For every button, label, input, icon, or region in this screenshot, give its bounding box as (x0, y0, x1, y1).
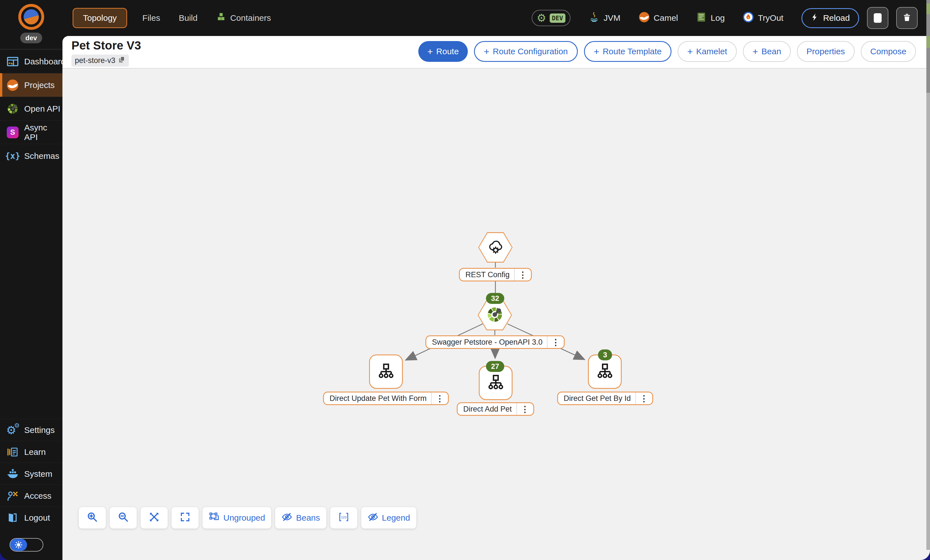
sidebar-item-label: Async API (24, 123, 62, 142)
fullscreen-brackets-icon (180, 511, 191, 525)
beans-visibility-button[interactable]: Beans (275, 507, 326, 529)
add-route-configuration-button[interactable]: + Route Configuration (474, 41, 578, 62)
legend-visibility-button[interactable]: Legend (361, 507, 416, 529)
sidebar-item-projects[interactable]: Projects (0, 73, 62, 97)
openapi-icon (6, 102, 19, 115)
dashboard-icon (6, 55, 19, 68)
sidebar-item-label: Projects (24, 80, 55, 90)
sidebar-item-logout[interactable]: Logout (0, 506, 62, 529)
node-label-direct-add-pet[interactable]: Direct Add Pet ⋮ (457, 402, 534, 416)
copy-icon[interactable] (118, 56, 125, 65)
tab-files[interactable]: Files (142, 13, 160, 23)
sidebar-item-async-api[interactable]: S Async API (0, 120, 62, 144)
light-theme-sun-icon (10, 539, 27, 551)
project-id-badge[interactable]: pet-store-v3 (71, 55, 129, 67)
svg-text:123: 123 (341, 515, 346, 519)
add-route-template-button[interactable]: + Route Template (584, 41, 671, 62)
tab-label: Files (142, 13, 160, 23)
compose-button[interactable]: Compose (861, 41, 916, 62)
add-route-button[interactable]: + Route (418, 41, 468, 62)
sidebar-item-access[interactable]: Access (0, 485, 62, 506)
fit-to-screen-button[interactable] (141, 507, 168, 529)
title-block: Pet Store V3 pet-store-v3 (71, 39, 141, 67)
sidebar-item-dashboard[interactable]: Dashboard (0, 49, 62, 73)
kebab-menu-icon[interactable]: ⋮ (514, 269, 531, 281)
sidebar-item-learn[interactable]: Learn (0, 441, 62, 463)
sidebar: dev Dashboard Projects (0, 0, 62, 560)
sidebar-item-settings[interactable]: ⚙⚙ Settings (0, 419, 62, 441)
docker-whale-icon (6, 468, 19, 480)
kebab-menu-icon[interactable]: ⋮ (516, 403, 533, 415)
sidebar-item-label: Dashboard (24, 57, 66, 66)
fullscreen-button[interactable] (172, 507, 199, 529)
main-column: Topology Files Build Containers ⚙ (62, 0, 930, 560)
node-label-rest-config[interactable]: REST Config ⋮ (459, 268, 532, 281)
stop-button[interactable] (867, 7, 888, 29)
node-label-text: Direct Update Pet With Form (324, 393, 431, 404)
zoom-out-button[interactable] (110, 507, 137, 529)
topbar-link-label: Log (711, 13, 725, 23)
theme-toggle[interactable] (9, 538, 43, 552)
tab-topology[interactable]: Topology (72, 8, 127, 28)
app-root: dev Dashboard Projects (0, 0, 930, 560)
log-list-icon (696, 12, 707, 25)
lightning-bolt-icon (811, 13, 819, 23)
zoom-in-button[interactable] (79, 507, 106, 529)
dev-environment-chip: DEV (550, 14, 565, 23)
sidebar-item-label: Access (24, 491, 51, 501)
eye-slash-icon (367, 511, 379, 525)
button-label: Route (436, 47, 459, 56)
topbar-link-tryout[interactable]: TryOut (743, 12, 784, 25)
node-label-direct-get-pet-by-id[interactable]: Direct Get Pet By Id ⋮ (557, 391, 653, 405)
stop-icon (874, 13, 882, 23)
ungrouped-toggle-button[interactable]: Ungrouped (203, 507, 271, 529)
schemas-icon: {x} (6, 150, 19, 163)
karavan-logo[interactable] (18, 4, 44, 30)
sidebar-nav: Dashboard Projects Open API S (0, 49, 62, 167)
scrollbar-marker (926, 36, 930, 48)
kebab-menu-icon[interactable]: ⋮ (635, 393, 652, 404)
node-label-direct-update-pet-with-form[interactable]: Direct Update Pet With Form ⋮ (323, 391, 449, 405)
topbar-right-cluster: ⚙ DEV JVM Camel (532, 7, 930, 29)
topbar-link-jvm[interactable]: JVM (588, 12, 621, 25)
reload-button[interactable]: Reload (801, 8, 859, 28)
button-label: Properties (807, 47, 845, 56)
topbar-link-log[interactable]: Log (696, 12, 725, 25)
properties-button[interactable]: Properties (797, 41, 855, 62)
environment-status-pill[interactable]: ⚙ DEV (532, 10, 570, 26)
gear-icon: ⚙ (537, 13, 546, 23)
node-label-text: REST Config (460, 269, 514, 281)
add-kamelet-button[interactable]: + Kamelet (677, 41, 737, 62)
tab-label: Build (179, 13, 197, 23)
topbar-link-label: JVM (604, 13, 621, 23)
camel-icon (639, 12, 650, 25)
plus-icon: + (594, 47, 599, 56)
node-direct-update-pet-with-form[interactable] (369, 354, 403, 389)
topology-canvas[interactable]: REST Config ⋮ 32 Swagger Petstore - O (62, 69, 930, 560)
sidebar-item-system[interactable]: System (0, 463, 62, 485)
sidebar-item-label: Learn (24, 447, 46, 457)
tab-containers[interactable]: Containers (216, 12, 271, 24)
topbar: Topology Files Build Containers ⚙ (62, 0, 930, 36)
scrollbar[interactable] (926, 0, 930, 550)
header-actions: + Route + Route Configuration + Route Te… (418, 41, 916, 62)
kebab-menu-icon[interactable]: ⋮ (431, 393, 448, 404)
sidebar-item-schemas[interactable]: {x} Schemas (0, 144, 62, 167)
app-shell: dev Dashboard Projects (0, 0, 930, 560)
tab-build[interactable]: Build (179, 13, 197, 23)
delete-button[interactable] (896, 7, 918, 29)
sidebar-item-label: Open API (24, 104, 60, 114)
node-label-text: Direct Add Pet (458, 403, 516, 415)
counts-toggle-button[interactable]: 123 (330, 507, 357, 529)
page-title: Pet Store V3 (71, 39, 141, 52)
topbar-link-camel[interactable]: Camel (639, 12, 678, 25)
node-label-text: Direct Get Pet By Id (558, 393, 636, 404)
add-bean-button[interactable]: + Bean (743, 41, 791, 62)
logout-door-icon (6, 511, 19, 524)
node-label-openapi[interactable]: Swagger Petstore - OpenAPI 3.0 ⋮ (425, 335, 565, 349)
topbar-link-label: TryOut (758, 13, 784, 23)
sitemap-icon (596, 362, 614, 381)
sidebar-item-open-api[interactable]: Open API (0, 97, 62, 120)
kebab-menu-icon[interactable]: ⋮ (547, 336, 564, 348)
route-count-badge: 3 (598, 350, 612, 361)
